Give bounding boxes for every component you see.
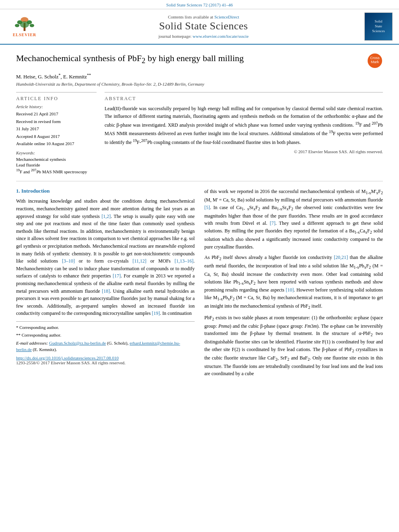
email-scholz[interactable]: Gudrun.Scholz@rz.hu-berlin.de xyxy=(49,341,106,345)
top-citation-bar: Solid State Sciences 72 (2017) 41–46 xyxy=(0,0,399,9)
contents-available-line: Contents lists available at ScienceDirec… xyxy=(43,14,364,19)
crossmark-icon: Cross Mark xyxy=(367,53,383,69)
svg-point-7 xyxy=(20,21,29,28)
doi-link[interactable]: http://dx.doi.org/10.1016/j.solidstatesc… xyxy=(16,355,119,360)
paper-title: Mechanochemical synthesis of PbF2 by hig… xyxy=(16,53,363,66)
elsevier-tree-icon xyxy=(12,16,37,33)
received-date: Received 21 April 2017 xyxy=(16,111,97,117)
available-date: Available online 10 August 2017 xyxy=(16,140,97,147)
accepted-date: Accepted 8 August 2017 xyxy=(16,133,97,140)
svg-point-5 xyxy=(30,24,34,27)
footnote-2: ** Corresponding author. xyxy=(16,332,195,339)
abstract-panel: ABSTRACT Lead(II)-fluoride was successfu… xyxy=(105,92,383,175)
article-info-abstract-row: ARTICLE INFO Article history: Received 2… xyxy=(16,92,383,175)
introduction-heading: 1. Introduction xyxy=(16,188,195,194)
received-revised-label: Received in revised form xyxy=(16,118,97,125)
ref-20-21[interactable]: [20,21] xyxy=(334,255,348,260)
journal-thumbnail: SolidStateSciences xyxy=(364,12,393,41)
ref-17[interactable]: [17] xyxy=(113,273,121,279)
body-left-column: 1. Introduction With increasing knowledg… xyxy=(16,188,195,380)
paper-title-row: Mechanochemical synthesis of PbF2 by hig… xyxy=(16,53,383,69)
abstract-heading: ABSTRACT xyxy=(105,96,383,102)
svg-text:Mark: Mark xyxy=(371,60,379,64)
svg-text:Cross: Cross xyxy=(370,56,380,60)
ref-7[interactable]: [7] xyxy=(270,220,276,226)
history-label: Article history: xyxy=(16,104,97,109)
ref-18[interactable]: [18] xyxy=(102,288,110,294)
journal-header-center: Contents lists available at ScienceDirec… xyxy=(43,14,364,39)
issn-line: 1293-2558/© 2017 Elsevier Masson SAS. Al… xyxy=(16,360,195,365)
intro-paragraph-4: PbF2 exists in two stable phases at room… xyxy=(204,314,383,378)
footnote-1: * Corresponding author. xyxy=(16,324,195,331)
ref-5[interactable]: [5] xyxy=(204,205,210,210)
revised-date: 31 July 2017 xyxy=(16,125,97,132)
intro-paragraph-3: As PbF2 itself shows already a higher fl… xyxy=(204,254,383,311)
paper-content: Mechanochemical synthesis of PbF2 by hig… xyxy=(0,45,399,389)
affiliation: Humboldt-Universität zu Berlin, Departme… xyxy=(16,82,383,86)
article-info-heading: ARTICLE INFO xyxy=(16,96,97,102)
citation-text: Solid State Sciences 72 (2017) 41–46 xyxy=(166,2,232,7)
keywords-label: Keywords: xyxy=(16,150,97,155)
footnote-email: E-mail addresses: Gudrun.Scholz@rz.hu-be… xyxy=(16,340,195,353)
intro-paragraph-1: With increasing knowledge and studies ab… xyxy=(16,197,195,317)
ref-3-10[interactable]: [3–10] xyxy=(62,258,75,264)
elsevier-logo: ELSEVIER xyxy=(6,16,43,37)
ref-11-12[interactable]: [11,12] xyxy=(132,258,146,264)
keyword-2: Lead fluoride xyxy=(16,162,97,167)
keyword-1: Mechanochemical synthesis xyxy=(16,157,97,162)
ref-1-13-16[interactable]: [1,13–16] xyxy=(175,258,193,264)
ref-19[interactable]: [19] xyxy=(152,310,160,316)
section-number: 1. Introduction xyxy=(16,188,50,194)
article-info-panel: ARTICLE INFO Article history: Received 2… xyxy=(16,92,97,175)
body-columns: 1. Introduction With increasing knowledg… xyxy=(16,188,383,380)
doi-line: http://dx.doi.org/10.1016/j.solidstatesc… xyxy=(16,355,195,360)
copyright-line: © 2017 Elsevier Masson SAS. All rights r… xyxy=(105,149,383,154)
footnotes: * Corresponding author. ** Corresponding… xyxy=(16,321,195,365)
svg-point-4 xyxy=(15,24,19,27)
abstract-text: Lead(II)-fluoride was successfully prepa… xyxy=(105,105,383,146)
ref-10[interactable]: [10] xyxy=(286,287,294,293)
journal-homepage: journal homepage: www.elsevier.com/locat… xyxy=(43,34,364,39)
keyword-3: 19F and 207Pb MAS NMR spectroscopy xyxy=(16,168,97,174)
ref-1-2[interactable]: [1,2] xyxy=(101,214,111,219)
homepage-link[interactable]: www.elsevier.com/locate/ssscie xyxy=(193,34,249,39)
sciencedirect-link[interactable]: ScienceDirect xyxy=(214,14,239,19)
intro-paragraph-2: of this work we reported in 2016 the suc… xyxy=(204,188,383,251)
journal-title: Solid State Sciences xyxy=(43,20,364,32)
journal-header: ELSEVIER Contents lists available at Sci… xyxy=(0,9,399,45)
authors: M. Heise, G. Scholz*, E. Kemnitz** xyxy=(16,73,383,80)
body-right-column: of this work we reported in 2016 the suc… xyxy=(204,188,383,380)
elsevier-wordmark: ELSEVIER xyxy=(13,33,37,37)
section-divider xyxy=(16,181,383,181)
